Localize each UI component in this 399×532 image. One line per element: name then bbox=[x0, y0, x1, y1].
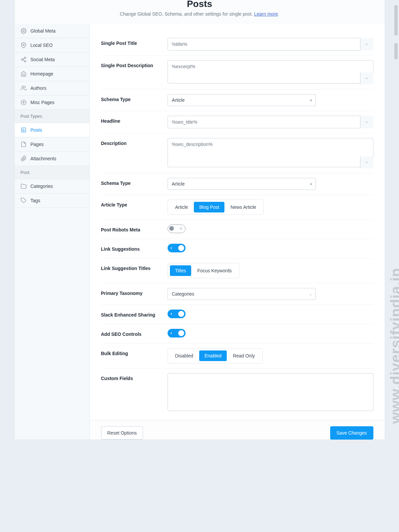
svg-line-5 bbox=[23, 60, 24, 61]
custom-fields-input[interactable] bbox=[168, 373, 373, 411]
single-desc-input[interactable]: %excerpt% bbox=[168, 60, 373, 83]
tag-icon bbox=[21, 198, 27, 203]
learn-more-link[interactable]: Learn more bbox=[254, 11, 278, 17]
page-icon bbox=[21, 141, 27, 147]
lst-titles[interactable]: Titles bbox=[170, 265, 192, 276]
svg-line-6 bbox=[23, 58, 24, 59]
scrollbar-thumb[interactable] bbox=[394, 43, 398, 59]
chevron-down-icon bbox=[365, 76, 369, 80]
sidebar-item-social-meta[interactable]: Social Meta bbox=[15, 53, 89, 67]
folder-icon bbox=[21, 183, 27, 189]
sidebar-item-homepage[interactable]: Homepage bbox=[15, 67, 89, 81]
label-link-suggestions: Link Suggestions bbox=[101, 244, 168, 252]
seo-controls-toggle[interactable] bbox=[168, 329, 186, 337]
article-type-news[interactable]: News Article bbox=[225, 202, 261, 212]
sidebar-item-label: Global Meta bbox=[31, 28, 56, 34]
page-title: Posts bbox=[21, 0, 378, 9]
sidebar-item-label: Misc Pages bbox=[31, 100, 55, 105]
sidebar-item-misc-pages[interactable]: Misc Pages bbox=[15, 95, 89, 110]
sidebar-item-label: Social Meta bbox=[31, 57, 55, 62]
label-link-sug-titles: Link Suggestion Titles bbox=[101, 263, 168, 271]
svg-point-4 bbox=[24, 61, 26, 62]
label-schema-type-2: Schema Type bbox=[101, 178, 168, 186]
headline-input[interactable] bbox=[168, 116, 373, 128]
bulk-segment: DisabledEnabledRead Only bbox=[168, 348, 263, 363]
article-type-article[interactable]: Article bbox=[170, 202, 194, 212]
sidebar-item-posts[interactable]: Posts bbox=[15, 123, 89, 137]
watermark: www.diversifyindia.in bbox=[387, 268, 399, 424]
variable-dropdown[interactable] bbox=[360, 72, 373, 84]
sidebar-item-label: Posts bbox=[31, 127, 42, 133]
sidebar: Global Meta Local SEO Social Meta Homepa… bbox=[15, 24, 90, 440]
sidebar-item-categories[interactable]: Categories bbox=[15, 179, 89, 194]
sidebar-item-label: Homepage bbox=[31, 71, 54, 76]
svg-point-2 bbox=[24, 57, 26, 59]
article-type-segment: ArticleBlog PostNews Article bbox=[168, 200, 264, 215]
lst-focus[interactable]: Focus Keywords bbox=[192, 265, 237, 276]
sidebar-item-attachments[interactable]: Attachments bbox=[15, 152, 89, 166]
footer: Reset Options Save Changes bbox=[90, 420, 385, 440]
share-icon bbox=[21, 57, 27, 63]
article-type-blogpost[interactable]: Blog Post bbox=[194, 202, 224, 212]
chevron-down-icon bbox=[365, 42, 369, 46]
page-subtitle: Change Global SEO, Schema, and other set… bbox=[21, 11, 378, 17]
sidebar-item-local-seo[interactable]: Local SEO bbox=[15, 38, 89, 53]
svg-point-1 bbox=[23, 44, 24, 46]
home-icon bbox=[21, 71, 27, 77]
sidebar-item-label: Pages bbox=[31, 142, 44, 147]
bulk-enabled[interactable]: Enabled bbox=[199, 350, 227, 361]
sidebar-item-pages[interactable]: Pages bbox=[15, 137, 89, 152]
sidebar-heading-post-types: Post Types: bbox=[15, 110, 89, 123]
slack-toggle[interactable] bbox=[168, 310, 186, 318]
label-bulk: Bulk Editing bbox=[101, 348, 168, 356]
variable-dropdown[interactable] bbox=[360, 116, 373, 128]
label-article-type: Article Type bbox=[101, 200, 168, 207]
link-sug-titles-segment: TitlesFocus Keywords bbox=[168, 263, 239, 278]
svg-point-3 bbox=[21, 59, 23, 61]
sidebar-item-tags[interactable]: Tags bbox=[15, 194, 89, 208]
chevron-down-icon bbox=[365, 120, 369, 124]
page-header: Posts Change Global SEO, Schema, and oth… bbox=[15, 0, 385, 24]
chevron-down-icon bbox=[365, 160, 369, 164]
sidebar-item-authors[interactable]: Authors bbox=[15, 81, 89, 95]
bulk-readonly[interactable]: Read Only bbox=[227, 350, 260, 361]
label-custom-fields: Custom Fields bbox=[101, 373, 168, 381]
label-description: Description bbox=[101, 138, 168, 146]
label-single-title: Single Post Title bbox=[101, 38, 168, 46]
sidebar-item-label: Tags bbox=[31, 198, 41, 203]
sidebar-item-label: Local SEO bbox=[31, 43, 53, 48]
label-headline: Headline bbox=[101, 116, 168, 124]
robots-toggle[interactable] bbox=[168, 224, 186, 233]
variable-dropdown[interactable] bbox=[360, 38, 373, 51]
label-taxonomy: Primary Taxonomy bbox=[101, 288, 168, 296]
post-icon bbox=[21, 127, 27, 133]
users-icon bbox=[21, 85, 27, 91]
list-icon bbox=[21, 99, 27, 105]
save-button[interactable]: Save Changes bbox=[330, 426, 373, 440]
paperclip-icon bbox=[21, 156, 27, 162]
label-seo-controls: Add SEO Controls bbox=[101, 329, 168, 337]
svg-point-0 bbox=[23, 30, 24, 32]
form-panel: Single Post Title Single Post Descriptio… bbox=[90, 24, 385, 440]
gear-icon bbox=[21, 28, 27, 34]
label-slack: Slack Enhanced Sharing bbox=[101, 310, 168, 318]
label-single-desc: Single Post Description bbox=[101, 60, 168, 68]
variable-dropdown[interactable] bbox=[360, 156, 373, 168]
sidebar-heading-post: Post: bbox=[15, 166, 89, 179]
taxonomy-select[interactable]: Categories bbox=[168, 288, 316, 300]
schema-type-select-2[interactable]: Article bbox=[168, 178, 316, 190]
pin-icon bbox=[21, 42, 27, 48]
svg-point-7 bbox=[22, 86, 24, 88]
sidebar-item-label: Authors bbox=[31, 85, 47, 91]
link-suggestions-toggle[interactable] bbox=[168, 244, 186, 252]
sidebar-item-label: Attachments bbox=[31, 156, 57, 161]
label-robots: Post Robots Meta bbox=[101, 224, 168, 232]
schema-type-select[interactable]: Article bbox=[168, 94, 316, 106]
sidebar-item-global-meta[interactable]: Global Meta bbox=[15, 24, 89, 38]
scrollbar-thumb[interactable] bbox=[394, 5, 398, 35]
reset-button[interactable]: Reset Options bbox=[101, 426, 143, 440]
label-schema-type: Schema Type bbox=[101, 94, 168, 102]
description-input[interactable]: %seo_description% bbox=[168, 138, 373, 167]
bulk-disabled[interactable]: Disabled bbox=[170, 350, 199, 361]
single-title-input[interactable] bbox=[168, 38, 373, 51]
